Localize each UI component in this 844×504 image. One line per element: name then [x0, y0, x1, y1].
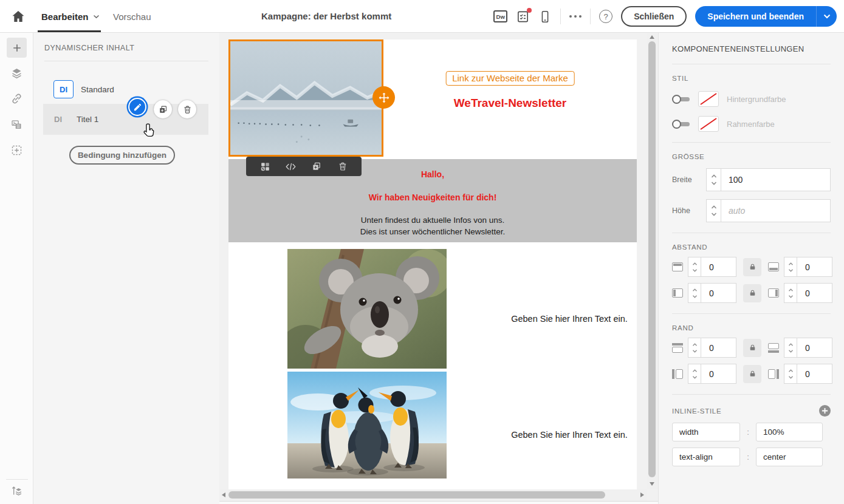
dw-badge-label: Dw: [493, 10, 507, 22]
add-condition-button[interactable]: Bedingung hinzufügen: [69, 146, 175, 165]
padding-left-stepper[interactable]: [688, 283, 701, 303]
horizontal-scroll-thumb[interactable]: [228, 491, 605, 499]
penguin-image[interactable]: [287, 372, 447, 478]
margin-top-input[interactable]: [701, 338, 736, 358]
height-stepper[interactable]: [706, 199, 721, 222]
inline-property-input-1[interactable]: [672, 423, 740, 441]
margin-left-stepper[interactable]: [688, 364, 701, 384]
components-icon[interactable]: [258, 159, 272, 174]
structure-icon[interactable]: [7, 481, 27, 501]
width-stepper[interactable]: [706, 168, 721, 191]
colon-separator: :: [740, 452, 756, 461]
duplicate-icon: [158, 104, 168, 115]
margin-lock-vertical[interactable]: [743, 365, 761, 383]
newsletter-title[interactable]: WeTravel-Newsletter: [383, 97, 637, 110]
duplicate-variant-button[interactable]: [154, 100, 172, 118]
height-input[interactable]: [721, 199, 831, 222]
left-rail: [0, 33, 33, 504]
koala-image[interactable]: [287, 249, 447, 369]
width-input[interactable]: [721, 168, 831, 191]
fragment-icon[interactable]: [7, 140, 27, 160]
padding-right-stepper[interactable]: [784, 283, 797, 303]
padding-bottom-stepper[interactable]: [784, 257, 797, 277]
active-tab-underline: [38, 30, 101, 32]
scroll-up-arrow[interactable]: [650, 35, 654, 39]
brand-link[interactable]: Link zur Webseite der Marke: [445, 71, 575, 86]
tab-bearbeiten-label: Bearbeiten: [41, 12, 89, 22]
campaign-title: Kampagne: der Herbst kommt: [261, 11, 391, 21]
variant-item-standard[interactable]: DI Standard: [53, 80, 114, 98]
dynamic-content-panel: DYNAMISCHER INHALT DI Standard DI Titel …: [33, 33, 219, 504]
vertical-scroll-thumb[interactable]: [648, 41, 656, 477]
layers-icon[interactable]: [7, 63, 27, 83]
help-glyph: ?: [604, 12, 608, 21]
text-placeholder-1[interactable]: Geben Sie hier Ihren Text ein.: [499, 314, 639, 324]
mouse-cursor-pointer: [143, 123, 157, 141]
border-color-toggle[interactable]: [672, 120, 690, 129]
di-badge: DI: [53, 80, 74, 98]
inline-value-input-2[interactable]: [756, 448, 823, 466]
margin-right-input[interactable]: [797, 364, 832, 384]
padding-lock-vertical[interactable]: [743, 284, 761, 302]
save-and-exit-button[interactable]: Speichern und beenden: [695, 6, 837, 27]
lock-icon: [749, 289, 757, 297]
trash-icon[interactable]: [335, 159, 350, 174]
inline-property-input-2[interactable]: [672, 448, 740, 466]
scroll-right-arrow[interactable]: [640, 492, 644, 497]
close-button[interactable]: Schließen: [621, 6, 687, 27]
mobile-preview-icon[interactable]: [538, 10, 552, 24]
more-options-icon[interactable]: [569, 15, 582, 18]
margin-bottom-input[interactable]: [797, 338, 832, 358]
move-icon: [378, 92, 390, 104]
winter-lake-image: [230, 41, 382, 155]
background-color-toggle[interactable]: [672, 95, 690, 104]
background-color-swatch[interactable]: [698, 91, 719, 107]
tab-vorschau[interactable]: Vorschau: [113, 0, 151, 33]
margin-left-input[interactable]: [701, 364, 736, 384]
help-icon[interactable]: ?: [599, 10, 612, 23]
padding-top-icon: [672, 262, 683, 271]
media-icon[interactable]: [7, 115, 27, 135]
padding-row-2: [672, 283, 831, 303]
move-handle[interactable]: [372, 86, 395, 109]
scroll-down-arrow[interactable]: [650, 482, 654, 486]
divider: [590, 9, 591, 24]
add-inline-style-button[interactable]: [819, 405, 831, 417]
margin-top-stepper[interactable]: [688, 338, 701, 358]
text-placeholder-2[interactable]: Geben Sie hier Ihren Text ein.: [499, 430, 639, 440]
duplicate-icon[interactable]: [309, 159, 324, 174]
scroll-left-arrow[interactable]: [222, 492, 225, 497]
margin-bottom-icon: [768, 343, 779, 353]
variant-standard-label: Standard: [81, 85, 114, 94]
padding-left-input[interactable]: [701, 283, 736, 303]
padding-top-input[interactable]: [701, 257, 736, 277]
margin-right-stepper[interactable]: [784, 364, 797, 384]
background-color-row: Hintergrundfarbe: [672, 91, 831, 107]
padding-bottom-input[interactable]: [797, 257, 832, 277]
home-icon[interactable]: [11, 9, 26, 24]
tab-bearbeiten[interactable]: Bearbeiten: [41, 0, 100, 33]
padding-top-stepper[interactable]: [688, 257, 701, 277]
inline-value-input-1[interactable]: [756, 423, 823, 441]
link-icon[interactable]: [7, 89, 27, 109]
save-options-chevron[interactable]: [816, 6, 837, 27]
add-content-icon[interactable]: [7, 38, 27, 58]
border-color-swatch[interactable]: [698, 116, 719, 132]
edit-variant-button[interactable]: [128, 98, 146, 116]
horizontal-scrollbar[interactable]: [219, 489, 647, 501]
padding-section-label: ABSTAND: [672, 243, 831, 251]
margin-bottom-stepper[interactable]: [784, 338, 797, 358]
delete-variant-button[interactable]: [178, 100, 196, 118]
border-color-row: Rahmenfarbe: [672, 116, 831, 132]
code-icon[interactable]: [284, 159, 298, 174]
body-line-1: Unten findest du aktuelle Infos von uns.: [228, 215, 637, 226]
dreamweaver-icon[interactable]: Dw: [493, 10, 507, 22]
vertical-scrollbar[interactable]: [647, 33, 658, 489]
checklist-icon[interactable]: [516, 10, 530, 24]
padding-lock-horizontal[interactable]: [743, 258, 761, 276]
padding-right-input[interactable]: [797, 283, 832, 303]
hero-image-selected[interactable]: [228, 39, 383, 157]
email-header-right: Link zur Webseite der Marke WeTravel-New…: [383, 39, 637, 157]
margin-lock-horizontal[interactable]: [743, 339, 761, 357]
lock-icon: [749, 344, 757, 352]
